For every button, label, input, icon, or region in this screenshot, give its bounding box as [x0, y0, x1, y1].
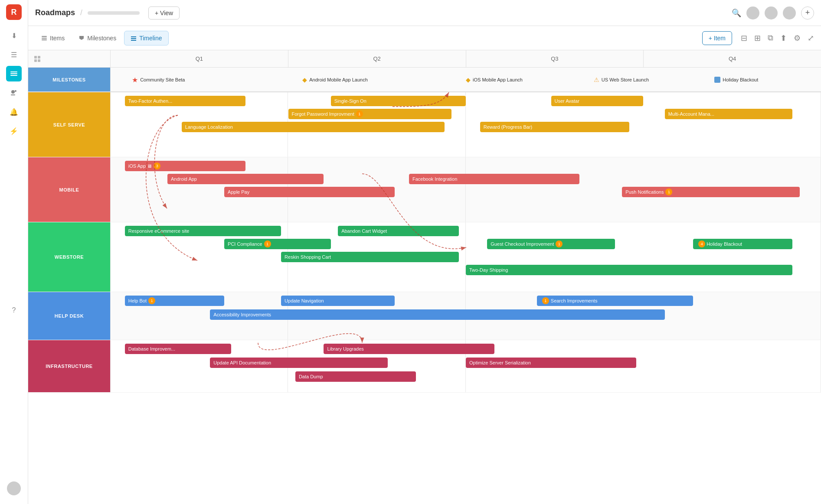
export-icon[interactable]: ⬆ — [780, 33, 787, 43]
bar-two-factor[interactable]: Two-Factor Authen... — [125, 96, 245, 106]
bar-multi-account[interactable]: Multi-Account Mana... — [665, 109, 793, 119]
tab-timeline[interactable]: Timeline — [124, 31, 168, 46]
q1-header: Q1 — [111, 50, 288, 67]
main-content: Roadmaps / + View 🔍 + Items Milestones T… — [28, 0, 821, 504]
self-serve-content: Two-Factor Authen... Single-Sign On User… — [111, 92, 821, 157]
expand-icon[interactable]: ⤢ — [808, 33, 814, 43]
bar-search-improvements[interactable]: 1 Search Improvements — [537, 296, 693, 306]
user-avatar-2 — [765, 7, 778, 20]
list-icon[interactable]: ☰ — [6, 47, 22, 62]
bar-update-nav[interactable]: Update Navigation — [281, 296, 395, 306]
bar-forgot-password[interactable]: Forgot Password Improvment 1 — [288, 109, 452, 119]
mobile-label: MOBILE — [28, 157, 111, 222]
timeline-container[interactable]: Q1 Q2 Q3 Q4 MILESTONES ★ Community Site … — [28, 50, 821, 504]
quarter-header: Q1 Q2 Q3 Q4 — [28, 50, 821, 68]
svg-rect-9 — [42, 39, 47, 40]
bar-responsive[interactable]: Responsive eCommerce site — [125, 226, 281, 236]
bar-two-day[interactable]: Two-Day Shipping — [466, 265, 792, 275]
header-label-col — [28, 50, 111, 67]
webstore-label: WEBSTORE — [28, 222, 111, 292]
topbar: Roadmaps / + View 🔍 + — [28, 0, 821, 26]
tab-items[interactable]: Items — [35, 31, 71, 45]
bell-icon[interactable]: 🔔 — [6, 104, 22, 120]
user-avatar-3 — [783, 7, 796, 20]
filter-icon[interactable]: ⊟ — [741, 33, 747, 43]
add-item-button[interactable]: + Item — [702, 31, 732, 45]
warning-icon: ⚠ — [594, 76, 599, 83]
mobile-row: MOBILE iOS App 🖥 3 Android App Facebook … — [28, 157, 821, 222]
add-member-button[interactable]: + — [801, 7, 814, 20]
bar-pci[interactable]: PCI Compliance 1 — [224, 239, 331, 249]
bar-sso[interactable]: Single-Sign On — [331, 96, 466, 106]
question-icon[interactable]: ? — [6, 302, 22, 318]
q2-header: Q2 — [288, 50, 466, 67]
bar-database[interactable]: Database Improvem... — [125, 344, 232, 354]
timeline-inner: Q1 Q2 Q3 Q4 MILESTONES ★ Community Site … — [28, 50, 821, 393]
rect-icon — [714, 77, 720, 83]
bar-accessibility[interactable]: Accessibility Improvements — [210, 309, 664, 320]
milestone-android[interactable]: ◆ Android Mobile App Launch — [302, 76, 368, 83]
search-icon[interactable]: 🔍 — [732, 8, 741, 18]
bar-apple-pay[interactable]: Apple Pay — [224, 187, 395, 197]
infrastructure-content: Database Improvem... Library Upgrades Up… — [111, 340, 821, 392]
milestone-holiday[interactable]: Holiday Blackout — [714, 77, 758, 83]
sidebar: R ⬇ ☰ 🔔 ⚡ ? — [0, 0, 28, 504]
svg-rect-11 — [131, 38, 136, 39]
grid-icon[interactable]: ⊞ — [754, 33, 761, 43]
person-add-icon[interactable] — [6, 85, 22, 101]
bar-user-avatar[interactable]: User Avatar — [551, 96, 644, 106]
milestone-community[interactable]: ★ Community Site Beta — [132, 75, 185, 84]
svg-rect-13 — [34, 56, 37, 59]
svg-rect-16 — [38, 59, 40, 62]
svg-rect-8 — [42, 38, 47, 39]
download-icon[interactable]: ⬇ — [6, 28, 22, 43]
tab-items-label: Items — [50, 35, 65, 42]
diamond-icon-1: ◆ — [302, 76, 307, 83]
bar-language[interactable]: Language Localization — [182, 122, 445, 132]
user-avatar-1 — [746, 7, 759, 20]
bar-holiday-blackout[interactable]: 4 Holiday Blackout — [693, 239, 792, 249]
tab-milestones-label: Milestones — [87, 35, 116, 42]
svg-rect-0 — [10, 72, 17, 72]
self-serve-label: SELF SERVE — [28, 92, 111, 157]
svg-rect-10 — [131, 36, 136, 37]
bolt-icon[interactable]: ⚡ — [6, 123, 22, 139]
svg-rect-3 — [11, 94, 15, 95]
bar-optimize-server[interactable]: Optimize Server Serialization — [466, 358, 636, 368]
webstore-content: Responsive eCommerce site Abandon Cart W… — [111, 222, 821, 292]
view-button[interactable]: + View — [148, 7, 180, 20]
infrastructure-label: INFRASTRUCTURE — [28, 340, 111, 392]
bar-help-bot[interactable]: Help Bot 1 — [125, 296, 224, 306]
milestone-webstore[interactable]: ⚠ US Web Store Launch — [594, 76, 649, 83]
bar-android-app[interactable]: Android App — [167, 174, 324, 184]
page-title: Roadmaps — [35, 8, 75, 17]
q3-header: Q3 — [466, 50, 644, 67]
svg-rect-14 — [38, 56, 40, 59]
milestone-ios[interactable]: ◆ iOS Mobile App Launch — [466, 76, 523, 83]
bar-data-dump[interactable]: Data Dump — [295, 371, 416, 382]
tab-milestones[interactable]: Milestones — [72, 31, 122, 45]
avatar[interactable] — [7, 481, 21, 495]
bar-guest-checkout[interactable]: Guest Checkout Improvement 1 — [487, 239, 615, 249]
columns-icon[interactable]: ⧉ — [768, 33, 773, 43]
bar-update-api[interactable]: Update API Documentation — [210, 358, 388, 368]
diamond-icon-2: ◆ — [466, 76, 471, 83]
bar-facebook[interactable]: Facebook Integration — [409, 174, 579, 184]
bar-push-notifications[interactable]: Push Notifications 1 — [622, 187, 800, 197]
roadmap-icon[interactable] — [6, 66, 22, 81]
svg-rect-12 — [131, 40, 136, 41]
milestones-content: ★ Community Site Beta ◆ Android Mobile A… — [111, 68, 821, 91]
help-desk-label: HELP DESK — [28, 292, 111, 340]
bar-reskin[interactable]: Reskin Shopping Cart — [281, 252, 459, 262]
star-icon: ★ — [132, 75, 138, 84]
bar-ios-app[interactable]: iOS App 🖥 3 — [125, 161, 245, 171]
app-logo[interactable]: R — [6, 4, 22, 20]
bar-reward[interactable]: Reward (Progress Bar) — [480, 122, 629, 132]
bar-library-upgrades[interactable]: Library Upgrades — [324, 344, 494, 354]
svg-point-4 — [11, 90, 15, 94]
help-desk-row: HELP DESK Help Bot 1 Update Navigation 1… — [28, 292, 821, 340]
settings-icon[interactable]: ⚙ — [794, 33, 801, 43]
mobile-content: iOS App 🖥 3 Android App Facebook Integra… — [111, 157, 821, 222]
breadcrumb-sep: / — [80, 8, 82, 17]
bar-abandon-cart[interactable]: Abandon Cart Widget — [338, 226, 458, 236]
